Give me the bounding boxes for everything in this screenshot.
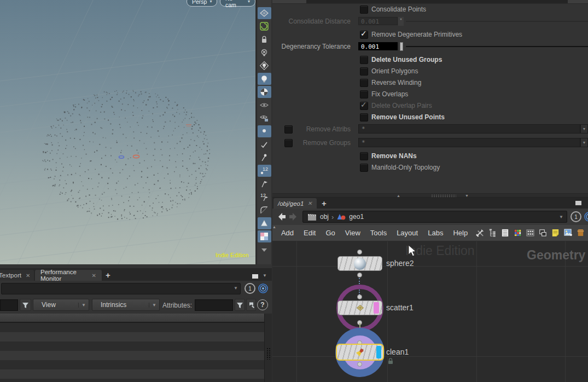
background-image-icon[interactable]	[562, 227, 574, 240]
point-markers-icon[interactable]	[258, 152, 271, 164]
link-badge[interactable]: 1	[570, 211, 581, 222]
chevron-down-icon[interactable]: ▼	[559, 215, 563, 219]
pin-button[interactable]	[246, 299, 256, 311]
remove-unused-points-checkbox[interactable]	[360, 113, 368, 121]
close-icon[interactable]: ✕	[307, 200, 312, 206]
table-row[interactable]	[0, 379, 264, 382]
tab-textport[interactable]: Textport ✕	[0, 270, 34, 281]
lock-camera-icon[interactable]	[258, 33, 271, 45]
menu-view[interactable]: View	[340, 225, 365, 241]
vertical-scrollbar[interactable]	[264, 314, 272, 382]
isolate-objects-icon[interactable]	[258, 99, 271, 111]
pane-maximize-button[interactable]	[252, 274, 258, 279]
normal-lighting-icon[interactable]	[258, 60, 271, 72]
pin-target-icon[interactable]	[584, 211, 588, 222]
back-arrow-icon[interactable]	[277, 212, 286, 221]
table-row[interactable]	[0, 342, 264, 351]
clean1-flag-stripe[interactable]	[376, 346, 381, 358]
display-materials-icon[interactable]	[258, 86, 271, 98]
sticky-note-icon[interactable]	[549, 227, 562, 240]
point-normals-icon[interactable]	[258, 138, 271, 151]
remove-attribs-input[interactable]: *	[358, 124, 580, 134]
scatter1-flag-stripe[interactable]	[374, 302, 379, 314]
scrollbar-thumb[interactable]	[306, 0, 568, 3]
menu-edit[interactable]: Edit	[299, 225, 321, 241]
consolidate-distance-input[interactable]: 0.001	[358, 17, 398, 25]
table-row[interactable]	[0, 332, 264, 342]
point-numbers-icon[interactable]: 12	[258, 165, 271, 177]
layout-windows-icon[interactable]	[537, 227, 549, 240]
node-sphere2[interactable]	[337, 256, 382, 271]
shade-cone-icon[interactable]	[258, 217, 271, 229]
node-clean1[interactable]	[336, 344, 384, 361]
menu-add[interactable]: Add	[276, 225, 299, 241]
manifold-only-checkbox[interactable]	[360, 164, 368, 172]
clean1-output-dot[interactable]	[357, 362, 362, 367]
tab-performance-monitor[interactable]: Performance Monitor ✕	[35, 270, 102, 281]
table-row[interactable]	[0, 323, 264, 332]
degenerancy-tolerance-input[interactable]: 0.001	[358, 42, 398, 50]
degenerancy-tolerance-slider[interactable]	[406, 46, 588, 47]
network-canvas[interactable]: Indie Edition Geometry sphere2 scatter1	[272, 241, 588, 382]
value-ladder-icon[interactable]: ▾	[398, 17, 404, 26]
table-row[interactable]	[0, 360, 264, 369]
close-icon[interactable]: ✕	[26, 273, 30, 279]
chevron-down-icon[interactable]: ▼	[580, 138, 588, 147]
network-path-field[interactable]: obj › geo1 ▼	[302, 211, 567, 223]
prim-numbers-icon[interactable]: 12	[258, 191, 271, 203]
tab-obj-geo1[interactable]: /obj/geo1 ✕	[273, 198, 317, 209]
menu-layout[interactable]: Layout	[392, 225, 423, 241]
collapse-up-icon[interactable]: ▲	[397, 194, 400, 198]
view-dropdown[interactable]: View ▼	[33, 299, 89, 311]
sphere2-input-dot[interactable]	[357, 250, 362, 254]
slider-handle[interactable]	[400, 42, 403, 51]
forward-arrow-icon[interactable]	[289, 212, 298, 221]
tools-icon[interactable]	[474, 227, 486, 240]
tree-view-icon[interactable]	[486, 227, 499, 240]
pane-divider[interactable]: ▲ ▼	[272, 193, 588, 198]
menu-tools[interactable]: Tools	[365, 225, 392, 241]
collapse-up-icon[interactable]: ▲	[272, 225, 276, 229]
toolbar-more-icon[interactable]	[258, 244, 271, 256]
menu-help[interactable]: Help	[448, 225, 473, 241]
class-dropdown[interactable]: Intrinsics ▼	[92, 299, 160, 311]
shading-mode-icon[interactable]	[258, 7, 271, 19]
table-row[interactable]	[0, 351, 264, 360]
remove-groups-input[interactable]: *	[358, 138, 580, 147]
sphere2-output-dot[interactable]	[357, 273, 362, 277]
close-icon[interactable]: ✕	[92, 273, 96, 279]
scrollbar-handle[interactable]	[266, 348, 271, 360]
high-quality-lighting-icon[interactable]	[258, 73, 271, 85]
consolidate-points-checkbox[interactable]	[360, 5, 368, 14]
grid-snap-icon[interactable]	[524, 227, 537, 240]
attributes-input[interactable]	[195, 299, 233, 311]
consolidate-distance-slider[interactable]	[406, 21, 588, 22]
geometry-spreadsheet[interactable]	[0, 314, 264, 382]
breadcrumb-obj[interactable]: obj	[320, 213, 329, 221]
menu-go[interactable]: Go	[321, 225, 340, 241]
pin-target-icon[interactable]	[258, 283, 269, 294]
camera-select-button[interactable]: No cam ▾	[220, 0, 255, 7]
orient-polygons-checkbox[interactable]	[360, 67, 368, 76]
collapse-down-icon[interactable]: ▼	[465, 194, 469, 198]
color-palette-icon[interactable]	[511, 227, 524, 240]
delete-overlap-pairs-checkbox[interactable]	[360, 102, 368, 110]
link-badge[interactable]: 1	[244, 283, 255, 294]
chevron-down-icon[interactable]: ▼	[580, 124, 588, 134]
disable-lighting-icon[interactable]	[258, 47, 271, 59]
fix-overlaps-checkbox[interactable]	[360, 90, 368, 99]
delete-unused-groups-checkbox[interactable]	[360, 56, 368, 64]
help-button[interactable]: ?	[257, 299, 268, 310]
pane-maximize-button[interactable]	[575, 201, 581, 205]
divider-handle[interactable]	[431, 194, 456, 197]
new-tab-button[interactable]: +	[322, 199, 327, 208]
chevron-down-icon[interactable]: ▼	[263, 273, 267, 278]
new-tab-button[interactable]: +	[106, 270, 110, 280]
display-hulls-icon[interactable]	[258, 204, 271, 216]
prim-normals-icon[interactable]	[258, 178, 271, 190]
view-current-object-icon[interactable]	[258, 112, 271, 124]
display-textures-icon[interactable]	[258, 230, 271, 242]
node-scatter1[interactable]	[337, 300, 382, 315]
horizontal-scrollbar[interactable]	[272, 0, 588, 4]
filter-button[interactable]	[20, 299, 31, 311]
